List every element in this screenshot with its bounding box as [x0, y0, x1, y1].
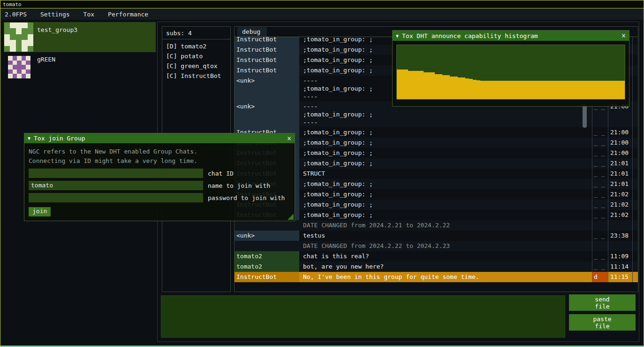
histogram-bar — [606, 81, 609, 99]
histogram-bar — [469, 79, 473, 99]
message-time — [608, 241, 632, 251]
collapse-arrow-icon[interactable]: ▼ — [396, 33, 399, 39]
row-gutter — [632, 138, 638, 148]
histogram-bar — [427, 72, 431, 100]
group-avatar — [4, 23, 33, 52]
dht-histogram-window: ▼ Tox DHT announce capability histogram … — [392, 30, 629, 107]
message-row[interactable]: InstructBot;tomato_in_group: ;_ _21:02 — [235, 210, 638, 220]
message-row[interactable]: <unk>testus_ _23:38 — [235, 231, 638, 241]
group-item-gREEN[interactable]: gREEN — [4, 54, 156, 80]
menu-items: SettingsToxPerformance — [40, 11, 148, 18]
message-row[interactable]: InstructBot;tomato_in_group: ;_ _21:00 — [235, 138, 638, 148]
message-sender — [235, 220, 299, 231]
histogram-bar — [442, 75, 446, 99]
group-avatar — [8, 56, 30, 78]
message-row[interactable]: InstructBotNo, I've been in this group f… — [235, 272, 638, 282]
app-window: tomato 2.0FPS SettingsToxPerformance tes… — [0, 0, 644, 347]
join-button[interactable]: join — [29, 207, 51, 216]
row-gutter — [632, 127, 638, 138]
message-row[interactable]: InstructBot;tomato_in_group: ;_ _21:02 — [235, 200, 638, 210]
member-item[interactable]: [C] InstructBot — [162, 71, 230, 81]
histogram-bar — [598, 81, 602, 99]
histogram-window-title: Tox DHT announce capability histogram — [402, 32, 538, 39]
join-window-title: Tox join Group — [34, 135, 85, 142]
message-row[interactable]: InstructBot;tomato_in_group: ;_ _21:01 — [235, 158, 638, 169]
group-name: gREEN — [37, 56, 55, 80]
histogram-bar — [518, 81, 522, 99]
histogram-window-titlebar[interactable]: ▼ Tox DHT announce capability histogram … — [393, 31, 629, 41]
menubar: 2.0FPS SettingsToxPerformance — [0, 8, 644, 20]
histogram-bar — [545, 81, 549, 99]
join-input-password-to-join-with[interactable] — [29, 193, 203, 202]
message-status: _ _ — [592, 231, 608, 241]
message-row[interactable]: InstructBot;tomato_in_group: ;_ _21:01 — [235, 179, 638, 189]
system-row[interactable]: DATE CHANGED from 2024.2.22 to 2024.2.23 — [235, 241, 638, 251]
message-time: 11:15 — [608, 272, 632, 282]
fps-indicator: 2.0FPS — [5, 11, 27, 18]
collapse-arrow-icon[interactable]: ▼ — [28, 136, 30, 141]
row-gutter — [632, 101, 638, 127]
histogram-bar — [408, 71, 412, 99]
group-name: test_group3 — [37, 23, 77, 52]
row-gutter — [632, 200, 638, 210]
resize-grip-icon[interactable] — [288, 214, 294, 220]
message-text: bot, are you new here? — [301, 262, 592, 272]
window-title: tomato — [3, 1, 22, 8]
member-item[interactable]: [D] tomato2 — [162, 41, 230, 51]
members-header: subs: 4 — [162, 27, 230, 39]
send-file-button[interactable]: send file — [569, 294, 636, 311]
row-gutter — [632, 272, 638, 282]
message-input[interactable] — [161, 295, 565, 338]
message-row[interactable]: InstructBotSTRUCT_ _21:01 — [235, 169, 638, 179]
row-gutter — [632, 169, 638, 179]
close-icon[interactable]: × — [621, 31, 626, 40]
message-time: 21:01 — [608, 169, 632, 179]
menu-item-tox[interactable]: Tox — [83, 11, 94, 18]
member-item[interactable]: [C] green_qtox — [162, 61, 230, 71]
histogram-bar — [549, 81, 553, 99]
message-sender: InstructBot — [235, 272, 299, 282]
message-row[interactable]: InstructBot;tomato_in_group: ;_ _21:00 — [235, 148, 638, 158]
message-status: _ _ — [592, 148, 608, 158]
chat-scrollbar[interactable] — [583, 104, 587, 128]
tab-debug[interactable]: debug — [237, 27, 267, 37]
join-window-titlebar[interactable]: ▼ Tox join Group × — [24, 133, 295, 143]
message-time: 21:02 — [608, 189, 632, 200]
histogram-bar — [553, 81, 556, 99]
message-time: 21:02 — [608, 200, 632, 210]
message-text: testus — [301, 231, 592, 241]
message-status: _ _ — [592, 189, 608, 200]
message-sender: InstructBot — [235, 37, 299, 45]
message-row[interactable]: tomato2bot, are you new here?_ _11:14 — [235, 262, 638, 272]
message-row[interactable]: InstructBot;tomato_in_group: ;_ _21:02 — [235, 189, 638, 200]
close-icon[interactable]: × — [287, 134, 291, 143]
message-text: ;tomato_in_group: ; — [301, 200, 592, 210]
message-time: 21:02 — [608, 210, 632, 220]
group-item-test_group3[interactable]: test_group3 — [4, 22, 156, 52]
member-item[interactable]: [C] potato — [162, 51, 230, 61]
message-status: _ _ — [592, 179, 608, 189]
histogram-bar — [515, 81, 518, 99]
paste-file-button[interactable]: paste file — [569, 314, 636, 331]
row-gutter — [632, 76, 638, 101]
menu-item-performance[interactable]: Performance — [108, 11, 148, 18]
member-list: [D] tomato2[C] potato[C] green_qtox[C] I… — [162, 41, 230, 81]
row-gutter — [632, 55, 638, 65]
bottom-border — [0, 346, 644, 347]
histogram-bar — [575, 81, 579, 99]
histogram-bar — [537, 81, 541, 99]
histogram-bar — [492, 81, 495, 99]
join-input-chat-ID[interactable] — [29, 169, 203, 178]
histogram-bar — [602, 81, 606, 99]
menu-item-settings[interactable]: Settings — [40, 11, 70, 18]
histogram-plot — [396, 45, 625, 100]
join-input-name-to-join-with[interactable]: tomato — [29, 181, 203, 190]
message-time: 11:14 — [608, 262, 632, 272]
message-row[interactable]: InstructBot;tomato_in_group: ;_ _21:00 — [235, 127, 638, 138]
row-gutter — [632, 189, 638, 200]
message-row[interactable]: tomato2chat is this real?_ _11:09 — [235, 251, 638, 262]
system-row[interactable]: DATE CHANGED from 2024.2.21 to 2024.2.22 — [235, 220, 638, 231]
histogram-bar — [439, 74, 442, 99]
message-sender: <unk> — [235, 76, 299, 101]
histogram-bar — [564, 81, 568, 99]
